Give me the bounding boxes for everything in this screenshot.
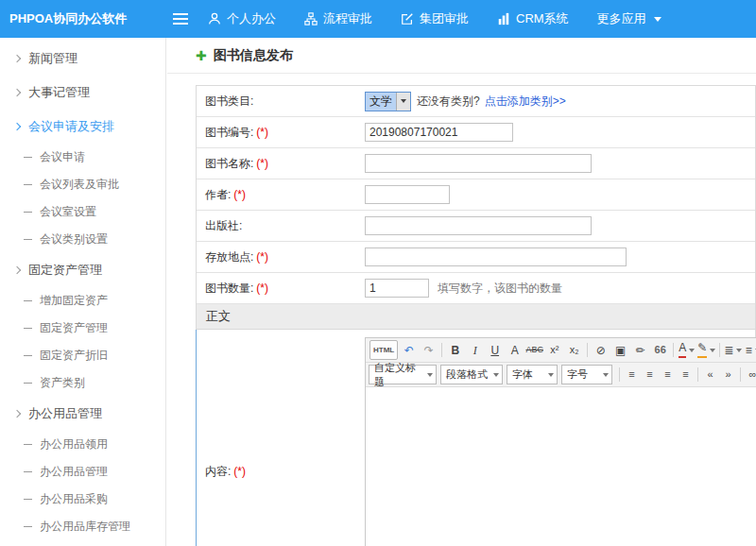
book-name-input[interactable] xyxy=(365,154,592,173)
category-value: 文学 xyxy=(366,93,396,111)
align-center-button[interactable]: ≡ xyxy=(642,365,658,384)
font-button[interactable]: A xyxy=(506,340,524,360)
nav-label: 更多应用 xyxy=(597,10,646,27)
dash-icon xyxy=(24,300,32,301)
sidebar-section-events[interactable]: 大事记管理 xyxy=(0,76,165,110)
outdent-button[interactable]: « xyxy=(702,365,718,384)
chevron-right-icon xyxy=(13,410,21,418)
highlight-color-button[interactable]: ✎ xyxy=(697,340,715,360)
add-category-link[interactable]: 点击添加类别>> xyxy=(485,94,566,110)
sidebar-section-assets[interactable]: 固定资产管理 xyxy=(0,253,165,287)
sidebar-item-meeting-category[interactable]: 会议类别设置 xyxy=(0,226,165,253)
subscript-button[interactable]: x₂ xyxy=(565,340,583,360)
item-label: 会议申请 xyxy=(40,149,85,165)
undo-button[interactable]: ↶ xyxy=(400,340,418,360)
hamburger-icon xyxy=(173,13,188,15)
sidebar-item-supplies-manage[interactable]: 办公用品管理 xyxy=(0,458,165,486)
align-right-button[interactable]: ≡ xyxy=(660,365,676,384)
italic-button[interactable]: I xyxy=(466,340,484,360)
remove-format-button[interactable]: ⊘ xyxy=(592,340,610,360)
underline-button[interactable]: U xyxy=(486,340,504,360)
required-marker: (*) xyxy=(233,188,246,201)
body-section-header: 正文 xyxy=(197,304,755,330)
strikethrough-button[interactable]: ABC xyxy=(525,340,543,360)
sidebar-item-meeting-list[interactable]: 会议列表及审批 xyxy=(0,171,165,198)
unordered-list-button[interactable]: ≡ xyxy=(744,340,756,360)
sidebar-item-supplies-stock[interactable]: 办公用品库存管理 xyxy=(0,513,165,540)
location-input[interactable] xyxy=(365,247,627,266)
link-button[interactable]: ∞ xyxy=(745,365,756,384)
quantity-input[interactable] xyxy=(365,279,429,298)
book-no-input[interactable] xyxy=(365,123,513,142)
sidebar-item-meeting-room[interactable]: 会议室设置 xyxy=(0,198,165,226)
category-select[interactable]: 文学 xyxy=(365,92,411,111)
book-no-label: 图书编号:(*) xyxy=(197,125,365,141)
required-marker: (*) xyxy=(256,126,268,139)
heading-select[interactable]: 自定义标题 xyxy=(369,365,437,384)
font-size-select[interactable]: 字号 xyxy=(561,365,612,384)
align-left-button[interactable]: ≡ xyxy=(624,365,640,384)
editor-content-area[interactable] xyxy=(366,387,756,546)
item-label: 办公用品库存管理 xyxy=(40,519,130,535)
sidebar-item-supplies-claim[interactable]: 办公用品领用 xyxy=(0,431,165,458)
required-marker: (*) xyxy=(256,157,268,170)
sidebar-item-asset-manage[interactable]: 固定资产管理 xyxy=(0,315,165,342)
sidebar-item-asset-depreciation[interactable]: 固定资产折旧 xyxy=(0,342,165,369)
dash-icon xyxy=(24,328,32,329)
font-family-select[interactable]: 字体 xyxy=(507,365,558,384)
page-header: ✚ 图书信息发布 xyxy=(167,38,756,74)
form-row-category: 图书类目: 文学 还没有类别? 点击添加类别>> xyxy=(197,86,755,117)
toolbar-separator xyxy=(441,343,442,357)
dash-icon xyxy=(24,499,32,500)
nav-personal-office[interactable]: 个人办公 xyxy=(208,10,276,27)
editor-toolbar-row1: HTML ↶ ↷ B I U A ABC x² x₂ ⊘ ▣ xyxy=(366,338,756,363)
publisher-label: 出版社: xyxy=(197,218,365,234)
sidebar-section-meetings[interactable]: 会议申请及安排 xyxy=(0,110,165,144)
quantity-label: 图书数量:(*) xyxy=(197,281,365,297)
toolbar-separator xyxy=(719,343,720,357)
content-label: 内容:(*) xyxy=(197,330,365,546)
redo-button[interactable]: ↷ xyxy=(420,340,438,360)
superscript-button[interactable]: x² xyxy=(545,340,563,360)
sidebar-item-asset-add[interactable]: 增加固定资产 xyxy=(0,287,165,315)
nav-more-apps[interactable]: 更多应用 xyxy=(597,10,662,27)
person-icon xyxy=(208,12,221,26)
chevron-down-icon xyxy=(603,373,609,377)
book-form: 图书类目: 文学 还没有类别? 点击添加类别>> 图书编号:(*) 图书名称:(… xyxy=(196,85,756,546)
html-source-button[interactable]: HTML xyxy=(369,340,398,360)
sidebar-item-asset-category[interactable]: 资产类别 xyxy=(0,369,165,397)
publisher-input[interactable] xyxy=(365,216,592,235)
align-justify-button[interactable]: ≡ xyxy=(678,365,694,384)
form-row-book-no: 图书编号:(*) xyxy=(197,117,755,148)
nav-group-approval[interactable]: 集团审批 xyxy=(401,10,469,27)
add-icon: ✚ xyxy=(196,48,207,63)
paragraph-format-select[interactable]: 段落格式 xyxy=(440,365,503,384)
chevron-right-icon xyxy=(13,55,21,62)
nav-crm-system[interactable]: CRM系统 xyxy=(497,10,569,27)
sidebar-item-approval-permission[interactable]: 审批权限设置 xyxy=(0,540,165,546)
sidebar-item-supplies-purchase[interactable]: 办公用品采购 xyxy=(0,486,165,513)
ordered-list-button[interactable]: ≣ xyxy=(724,340,742,360)
chevron-down-icon xyxy=(493,373,499,377)
sidebar-section-supplies[interactable]: 办公用品管理 xyxy=(0,397,165,431)
dash-icon xyxy=(24,212,32,213)
item-label: 会议列表及审批 xyxy=(40,177,119,193)
sidebar-item-meeting-apply[interactable]: 会议申请 xyxy=(0,144,165,171)
nav-process-approval[interactable]: 流程审批 xyxy=(304,10,372,27)
blockquote-button[interactable]: 66 xyxy=(651,340,669,360)
toolbar-separator xyxy=(673,343,674,357)
category-hint: 还没有类别? xyxy=(417,94,480,110)
sidebar-section-news[interactable]: 新闻管理 xyxy=(0,42,165,76)
item-label: 会议室设置 xyxy=(40,204,96,220)
rich-text-editor: HTML ↶ ↷ B I U A ABC x² x₂ ⊘ ▣ xyxy=(365,337,756,546)
paste-button[interactable]: ▣ xyxy=(611,340,629,360)
format-painter-button[interactable]: ✏ xyxy=(631,340,649,360)
toolbar-separator xyxy=(740,367,741,382)
author-input[interactable] xyxy=(365,185,450,204)
item-label: 增加固定资产 xyxy=(40,293,108,309)
indent-button[interactable]: » xyxy=(720,365,736,384)
font-color-button[interactable]: A xyxy=(678,340,696,360)
author-label: 作者:(*) xyxy=(197,187,365,203)
menu-toggle-button[interactable] xyxy=(166,0,195,38)
bold-button[interactable]: B xyxy=(446,340,464,360)
